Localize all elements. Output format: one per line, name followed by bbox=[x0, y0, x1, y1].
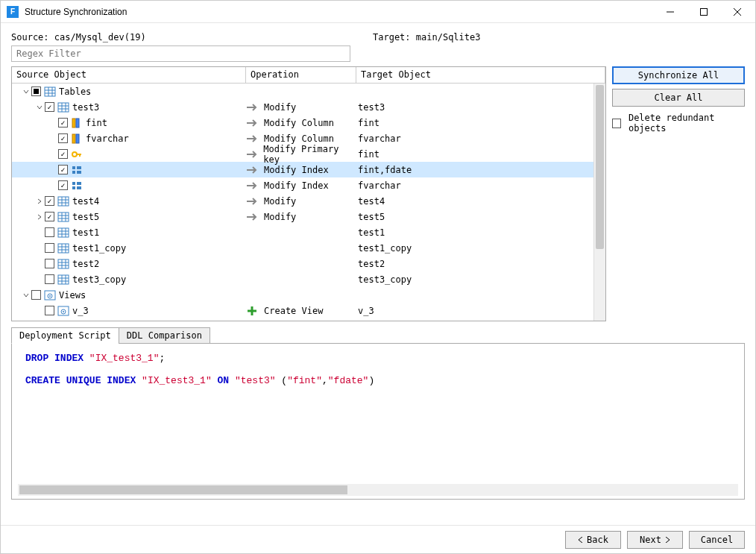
tree-row[interactable]: test1test1 bbox=[12, 224, 605, 240]
operation-text: Modify Column bbox=[264, 133, 334, 144]
target-text: fvarchar bbox=[356, 133, 605, 144]
twisty-icon[interactable] bbox=[34, 212, 45, 222]
cancel-button[interactable]: Cancel bbox=[689, 531, 745, 549]
view-folder-icon bbox=[44, 289, 56, 301]
header-operation[interactable]: Operation bbox=[246, 67, 356, 83]
operation-icon bbox=[246, 321, 258, 321]
view-icon bbox=[57, 305, 69, 317]
svg-point-69 bbox=[49, 295, 51, 297]
minimize-button[interactable] bbox=[653, 1, 687, 22]
target-text: test5 bbox=[356, 212, 605, 222]
delete-redundant-checkbox[interactable] bbox=[612, 119, 621, 128]
row-checkbox[interactable] bbox=[58, 165, 68, 174]
operation-icon bbox=[246, 274, 258, 286]
row-checkbox[interactable] bbox=[45, 196, 54, 206]
row-checkbox[interactable] bbox=[31, 86, 41, 96]
row-label: test5 bbox=[72, 212, 99, 222]
row-checkbox[interactable] bbox=[45, 259, 54, 268]
svg-rect-35 bbox=[58, 197, 69, 206]
svg-rect-27 bbox=[77, 166, 81, 169]
operation-text: Modify bbox=[264, 212, 296, 222]
svg-rect-4 bbox=[45, 87, 55, 96]
maximize-button[interactable] bbox=[687, 1, 720, 22]
svg-point-72 bbox=[63, 311, 64, 312]
tree-row[interactable]: test2test2 bbox=[12, 256, 605, 271]
svg-rect-32 bbox=[77, 182, 81, 185]
twisty-icon[interactable] bbox=[21, 290, 31, 300]
tree-row[interactable]: Modify Indexfint,fdate bbox=[12, 162, 605, 177]
svg-rect-18 bbox=[72, 134, 75, 143]
svg-point-21 bbox=[72, 152, 77, 157]
twisty-icon bbox=[34, 259, 45, 269]
target-text: fint,fdate bbox=[356, 165, 605, 175]
tree-row[interactable]: Modify Indexfvarchar bbox=[12, 177, 605, 193]
tree-row[interactable]: Modify Primary keyfint bbox=[12, 146, 605, 162]
tree-row[interactable]: v_4Create Viewv_4 bbox=[12, 318, 605, 321]
tree-row[interactable]: v_3Create Viewv_3 bbox=[12, 303, 605, 318]
svg-rect-26 bbox=[72, 171, 75, 174]
row-label: test1_copy bbox=[72, 243, 126, 254]
row-checkbox[interactable] bbox=[45, 306, 54, 315]
tree-row[interactable]: Views bbox=[12, 287, 605, 303]
tree-row[interactable]: test1_copytest1_copy bbox=[12, 240, 605, 256]
row-checkbox[interactable] bbox=[45, 227, 54, 237]
next-button[interactable]: Next bbox=[627, 531, 683, 549]
row-checkbox[interactable] bbox=[45, 274, 54, 284]
target-text: test3_copy bbox=[356, 274, 605, 285]
row-checkbox[interactable] bbox=[45, 212, 54, 221]
close-button[interactable] bbox=[720, 1, 754, 22]
target-text: test4 bbox=[356, 196, 605, 207]
twisty-icon bbox=[34, 227, 45, 238]
regex-filter-input[interactable] bbox=[11, 45, 350, 62]
clear-all-button[interactable]: Clear All bbox=[612, 89, 745, 107]
source-label: Source: cas/Mysql_dev(19) bbox=[11, 32, 373, 43]
operation-icon bbox=[246, 164, 258, 176]
tab-ddl-comparison[interactable]: DDL Comparison bbox=[119, 327, 210, 344]
vertical-scrollbar[interactable] bbox=[593, 84, 605, 321]
tree-row[interactable]: Tables bbox=[12, 84, 605, 99]
table-icon bbox=[57, 101, 69, 113]
svg-rect-33 bbox=[77, 186, 81, 189]
tab-deployment-script[interactable]: Deployment Script bbox=[11, 327, 119, 344]
operation-icon bbox=[246, 180, 258, 192]
script-text[interactable]: DROP INDEX "IX_test3_1";CREATE UNIQUE IN… bbox=[25, 353, 731, 481]
table-icon bbox=[57, 211, 69, 223]
row-checkbox[interactable] bbox=[58, 149, 68, 159]
row-checkbox[interactable] bbox=[45, 102, 54, 112]
tree-row[interactable]: test3_copytest3_copy bbox=[12, 271, 605, 287]
svg-rect-41 bbox=[58, 213, 69, 221]
operation-icon bbox=[246, 117, 258, 129]
svg-rect-52 bbox=[58, 244, 69, 253]
row-checkbox[interactable] bbox=[31, 290, 41, 300]
twisty-icon[interactable] bbox=[34, 196, 45, 207]
twisty-icon bbox=[34, 243, 45, 254]
operation-text: Modify bbox=[264, 196, 296, 207]
view-icon bbox=[57, 321, 69, 321]
row-checkbox[interactable] bbox=[45, 243, 54, 253]
twisty-icon[interactable] bbox=[21, 86, 31, 97]
svg-rect-15 bbox=[72, 119, 75, 128]
operation-icon bbox=[246, 195, 258, 207]
horizontal-scrollbar[interactable] bbox=[18, 484, 738, 496]
tree-row[interactable]: test3Modifytest3 bbox=[12, 99, 605, 115]
grid-body: Tablestest3Modifytest3fintModify Columnf… bbox=[12, 84, 605, 321]
synchronize-all-button[interactable]: Synchronize All bbox=[612, 66, 745, 84]
row-checkbox[interactable] bbox=[58, 118, 68, 128]
operation-text: Create View bbox=[264, 306, 323, 316]
header-source[interactable]: Source Object bbox=[12, 67, 246, 83]
row-label: v_3 bbox=[72, 306, 89, 316]
twisty-icon bbox=[34, 306, 45, 316]
tree-row[interactable]: test4Modifytest4 bbox=[12, 193, 605, 209]
header-target[interactable]: Target Object bbox=[356, 67, 605, 83]
row-label: test1 bbox=[72, 227, 99, 238]
comparison-grid: Source Object Operation Target Object Ta… bbox=[11, 66, 606, 321]
tree-row[interactable]: test5Modifytest5 bbox=[12, 209, 605, 224]
grid-header: Source Object Operation Target Object bbox=[12, 67, 605, 84]
row-checkbox[interactable] bbox=[58, 180, 68, 190]
column-icon bbox=[71, 133, 83, 145]
svg-rect-57 bbox=[58, 259, 69, 268]
tree-row[interactable]: fintModify Columnfint bbox=[12, 115, 605, 130]
twisty-icon[interactable] bbox=[34, 102, 45, 113]
back-button[interactable]: Back bbox=[565, 531, 621, 549]
row-checkbox[interactable] bbox=[58, 133, 68, 143]
